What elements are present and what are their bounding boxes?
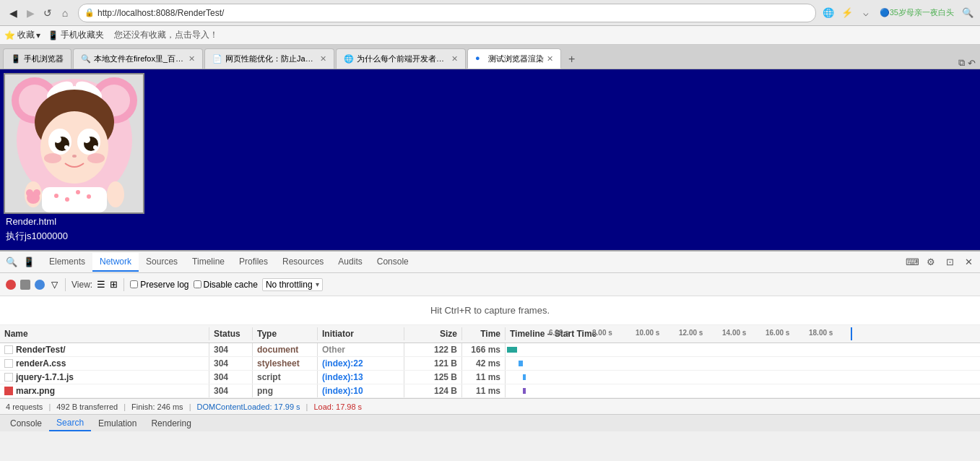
inspect-icon[interactable]: 🔍: [3, 254, 20, 271]
svg-point-23: [54, 194, 58, 198]
devtools-console-icon[interactable]: ⌨: [903, 254, 921, 271]
forward-button[interactable]: ▶: [23, 6, 38, 20]
reload-button[interactable]: ↺: [40, 6, 55, 20]
tab-mobile-browser[interactable]: 📱 手机浏览器: [3, 48, 71, 69]
extension-btn-2[interactable]: ⚡: [839, 5, 855, 21]
tab-label-5: 测试浏览器渲染: [488, 53, 544, 64]
svg-point-17: [64, 145, 69, 150]
tab-close-2[interactable]: ✕: [188, 54, 195, 64]
bookmarks-folder[interactable]: ⭐ 收藏 ▾: [4, 29, 40, 41]
tab-close-4[interactable]: ✕: [451, 54, 458, 64]
status-sep-4: |: [306, 402, 308, 411]
filter-icon[interactable]: ▽: [49, 280, 59, 290]
tab-resources[interactable]: Resources: [275, 253, 331, 272]
preserve-log-label[interactable]: Preserve log: [130, 280, 188, 290]
devtools-panel: 🔍 📱 Elements Network Sources Timeline Pr…: [0, 250, 980, 431]
clear-button[interactable]: [20, 280, 30, 290]
row-initiator-2[interactable]: (index):22: [318, 357, 404, 370]
page-text-line1: Render.html: [6, 215, 68, 229]
tab-local-files[interactable]: 🔍 本地文件在firefox里_百度搜索 ✕: [73, 48, 203, 69]
tab-close-5[interactable]: ✕: [547, 54, 553, 64]
row-timeline-4: [506, 384, 980, 397]
col-header-timeline: Timeline – Start Time 6.00 s 8.00 s 10.0…: [506, 327, 980, 340]
row-size-1: 122 B: [404, 343, 462, 356]
col-header-type[interactable]: Type: [253, 327, 318, 340]
extension-dropdown[interactable]: ⌵: [858, 5, 874, 21]
row-size-2: 121 B: [404, 357, 462, 370]
new-tab-button[interactable]: +: [563, 50, 581, 69]
search-button[interactable]: 🔍: [960, 5, 976, 21]
table-row[interactable]: RenderTest/ 304 document Other 122 B 166…: [0, 343, 980, 357]
col-header-size[interactable]: Size: [404, 327, 462, 340]
tab-why-frontend[interactable]: 🌐 为什么每个前端开发者都要理解 ✕: [336, 48, 466, 69]
tab-list-button[interactable]: ⧉: [958, 57, 965, 69]
row-type-3: script: [253, 371, 318, 384]
row-1-name: RenderTest/: [16, 345, 65, 355]
capture-msg-text: Hit Ctrl+R to capture frames.: [430, 305, 550, 316]
timeline-bar-1: [507, 347, 517, 353]
col-header-initiator[interactable]: Initiator: [318, 327, 404, 340]
row-name-rendertest[interactable]: RenderTest/: [0, 343, 209, 356]
timeline-bar-3: [523, 374, 526, 380]
star-icon: ⭐: [4, 30, 15, 40]
row-name-jquery[interactable]: jquery-1.7.1.js: [0, 371, 209, 384]
row-name-rendercss[interactable]: renderA.css: [0, 357, 209, 370]
table-row[interactable]: marx.png 304 png (index):10 124 B 11 ms: [0, 384, 980, 398]
throttle-select[interactable]: No throttling ▾: [262, 278, 323, 291]
devtools-dock-icon[interactable]: ⊡: [941, 254, 958, 271]
row-checkbox-2: [4, 359, 13, 368]
bottom-tab-search[interactable]: Search: [49, 415, 91, 431]
tab-sources[interactable]: Sources: [139, 253, 185, 272]
tab-restore-button[interactable]: ↶: [968, 58, 976, 69]
view-grid-icon[interactable]: ⊞: [110, 279, 118, 290]
tab-close-3[interactable]: ✕: [320, 54, 326, 64]
filter-button[interactable]: [35, 280, 45, 290]
tab-timeline[interactable]: Timeline: [185, 253, 232, 272]
devtools-settings-icon[interactable]: ⚙: [922, 254, 940, 271]
record-button[interactable]: [6, 280, 16, 290]
user-badge[interactable]: 🔵 35岁母亲一夜白头: [877, 5, 957, 21]
device-icon[interactable]: 📱: [20, 254, 38, 271]
requests-count: 4 requests: [6, 402, 43, 411]
col-header-time[interactable]: Time: [462, 327, 506, 340]
tab-profiles[interactable]: Profiles: [232, 253, 275, 272]
row-checkbox-1: [4, 345, 13, 354]
tab-elements[interactable]: Elements: [42, 253, 92, 272]
preserve-log-checkbox[interactable]: [130, 280, 138, 288]
row-type-2: stylesheet: [253, 357, 318, 370]
table-row[interactable]: renderA.css 304 stylesheet (index):22 12…: [0, 357, 980, 371]
col-header-name[interactable]: Name: [0, 327, 209, 340]
disable-cache-checkbox[interactable]: [194, 280, 201, 288]
mobile-bookmarks[interactable]: 📱 手机收藏夹: [48, 29, 104, 41]
capture-message: Hit Ctrl+R to capture frames.: [0, 296, 980, 325]
table-row[interactable]: jquery-1.7.1.js 304 script (index):13 12…: [0, 371, 980, 384]
col-header-status[interactable]: Status: [209, 327, 253, 340]
row-initiator-4[interactable]: (index):10: [318, 384, 404, 397]
row-name-marxpng[interactable]: marx.png: [0, 384, 209, 397]
tab-audits[interactable]: Audits: [331, 253, 369, 272]
disable-cache-label[interactable]: Disable cache: [194, 280, 258, 290]
row-type-4: png: [253, 384, 318, 397]
address-bar[interactable]: 🔒 http://localhost:8088/RenderTest/: [78, 4, 816, 22]
row-status-1: 304: [209, 343, 253, 356]
tab-perf[interactable]: 📄 网页性能优化：防止JavaScript ✕: [204, 48, 334, 69]
tab-label-4: 为什么每个前端开发者都要理解: [357, 53, 448, 64]
view-list-icon[interactable]: ☰: [97, 279, 105, 290]
tab-favicon-1: 📱: [11, 54, 21, 64]
bottom-tab-rendering[interactable]: Rendering: [144, 416, 198, 431]
tab-network[interactable]: Network: [92, 253, 139, 272]
row-initiator-3[interactable]: (index):13: [318, 371, 404, 384]
row-status-2: 304: [209, 357, 253, 370]
back-button[interactable]: ◀: [6, 6, 20, 20]
home-button[interactable]: ⌂: [58, 6, 72, 20]
bottom-tab-console[interactable]: Console: [3, 416, 49, 431]
row-initiator-1[interactable]: Other: [318, 343, 404, 356]
row-3-name: jquery-1.7.1.js: [16, 372, 74, 382]
devtools-close-icon[interactable]: ✕: [960, 254, 977, 271]
nav-bar: ◀ ▶ ↺ ⌂ 🔒 http://localhost:8088/RenderTe…: [0, 0, 980, 26]
row-icon-4: [4, 387, 13, 395]
tab-rendertest[interactable]: ● 测试浏览器渲染 ✕: [467, 48, 561, 69]
extension-btn-1[interactable]: 🌐: [820, 5, 836, 21]
bottom-tab-emulation[interactable]: Emulation: [91, 416, 144, 431]
tab-console[interactable]: Console: [370, 253, 416, 272]
